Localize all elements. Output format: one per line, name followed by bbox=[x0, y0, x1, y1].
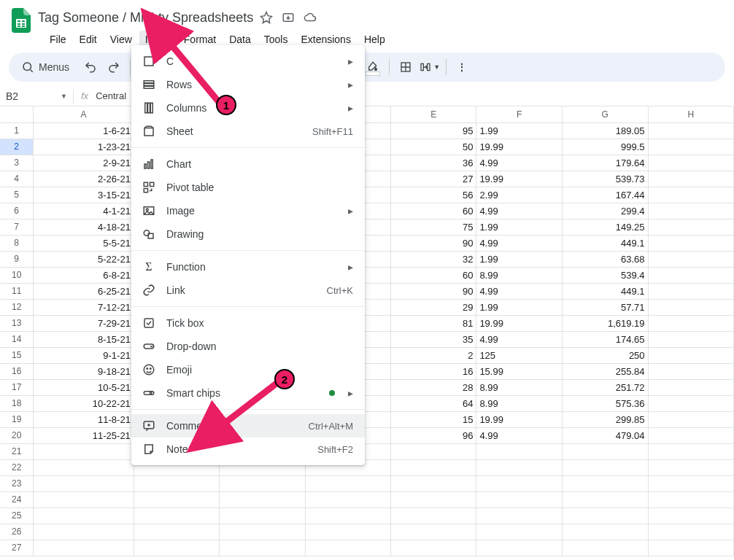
cell[interactable] bbox=[648, 267, 733, 283]
cell[interactable] bbox=[648, 395, 733, 411]
cell[interactable]: 7-29-21 bbox=[34, 315, 134, 331]
redo-button[interactable] bbox=[104, 57, 124, 77]
cell[interactable] bbox=[390, 524, 476, 540]
cell[interactable] bbox=[390, 459, 476, 475]
cell[interactable]: 19.99 bbox=[476, 139, 563, 155]
cell[interactable]: 16 bbox=[390, 363, 476, 379]
cell[interactable]: 63.68 bbox=[562, 251, 648, 267]
col-header[interactable]: F bbox=[476, 106, 563, 122]
cell[interactable]: 299.85 bbox=[562, 411, 648, 427]
cell[interactable]: 479.04 bbox=[562, 427, 648, 443]
cell[interactable]: 4.99 bbox=[476, 283, 563, 299]
cell[interactable] bbox=[648, 540, 733, 556]
cell[interactable] bbox=[648, 187, 733, 203]
row-header[interactable]: 17 bbox=[0, 379, 34, 395]
menuitem-drawing[interactable]: Drawing bbox=[131, 222, 365, 246]
cell[interactable]: 8.99 bbox=[476, 267, 563, 283]
cell[interactable]: 299.4 bbox=[562, 203, 648, 219]
cell[interactable]: 28 bbox=[390, 379, 476, 395]
row-header[interactable]: 14 bbox=[0, 331, 34, 347]
cell[interactable]: 2.99 bbox=[476, 187, 563, 203]
cell[interactable] bbox=[34, 540, 134, 556]
cell[interactable] bbox=[648, 315, 733, 331]
cell[interactable]: 8.99 bbox=[476, 395, 563, 411]
cell[interactable] bbox=[220, 491, 305, 508]
cell[interactable] bbox=[390, 508, 476, 524]
cell[interactable] bbox=[220, 508, 305, 524]
row-header[interactable]: 26 bbox=[0, 524, 34, 540]
row-header[interactable]: 21 bbox=[0, 443, 34, 459]
cell[interactable] bbox=[562, 524, 648, 540]
cell[interactable]: 1.99 bbox=[476, 122, 563, 139]
cell[interactable] bbox=[134, 508, 219, 524]
cell[interactable] bbox=[305, 540, 390, 556]
col-header[interactable]: A bbox=[34, 106, 134, 122]
merge-button[interactable]: ▼ bbox=[419, 57, 440, 77]
cell[interactable] bbox=[476, 540, 563, 556]
cell[interactable]: 2-9-21 bbox=[34, 155, 134, 171]
menuitem-link[interactable]: LinkCtrl+K bbox=[131, 279, 365, 302]
cell[interactable] bbox=[134, 491, 219, 508]
row-header[interactable]: 19 bbox=[0, 411, 34, 427]
row-header[interactable]: 24 bbox=[0, 491, 34, 508]
cell[interactable] bbox=[562, 443, 648, 459]
cell[interactable]: 60 bbox=[390, 267, 476, 283]
cell[interactable] bbox=[648, 508, 733, 524]
menuitem-tick-box[interactable]: Tick box bbox=[131, 311, 365, 335]
cell[interactable] bbox=[648, 171, 733, 187]
cell[interactable] bbox=[562, 540, 648, 556]
cell[interactable] bbox=[648, 251, 733, 267]
cell[interactable] bbox=[648, 283, 733, 299]
menuitem-drop-down[interactable]: Drop-down bbox=[131, 335, 365, 358]
cell[interactable]: 4.99 bbox=[476, 235, 563, 251]
cell[interactable] bbox=[648, 475, 733, 491]
cell[interactable]: 4.99 bbox=[476, 155, 563, 171]
row-header[interactable]: 18 bbox=[0, 395, 34, 411]
row-header[interactable]: 2 bbox=[0, 139, 34, 155]
cell[interactable] bbox=[34, 524, 134, 540]
cell[interactable]: 149.25 bbox=[562, 219, 648, 235]
cell[interactable]: 255.84 bbox=[562, 363, 648, 379]
row-header[interactable]: 25 bbox=[0, 508, 34, 524]
cell[interactable]: 19.99 bbox=[476, 411, 563, 427]
cell[interactable]: 96 bbox=[390, 427, 476, 443]
cell[interactable] bbox=[220, 524, 305, 540]
row-header[interactable]: 10 bbox=[0, 267, 34, 283]
row-header[interactable]: 22 bbox=[0, 459, 34, 475]
cell[interactable] bbox=[134, 524, 219, 540]
col-header[interactable]: G bbox=[562, 106, 648, 122]
cell[interactable]: 4-1-21 bbox=[34, 203, 134, 219]
cell[interactable]: 1.99 bbox=[476, 219, 563, 235]
cell[interactable]: 5-5-21 bbox=[34, 235, 134, 251]
cell[interactable]: 11-25-21 bbox=[34, 427, 134, 443]
more-button[interactable]: ⋮ bbox=[452, 57, 473, 77]
cell[interactable]: 539.4 bbox=[562, 267, 648, 283]
cell[interactable] bbox=[34, 443, 134, 459]
cell[interactable]: 1.99 bbox=[476, 251, 563, 267]
cell[interactable] bbox=[476, 459, 563, 475]
cell[interactable]: 449.1 bbox=[562, 235, 648, 251]
star-icon[interactable] bbox=[259, 10, 274, 25]
cell[interactable] bbox=[476, 443, 563, 459]
row-header[interactable]: 1 bbox=[0, 122, 34, 139]
cell[interactable]: 9-18-21 bbox=[34, 363, 134, 379]
cell[interactable]: 90 bbox=[390, 235, 476, 251]
move-icon[interactable] bbox=[281, 10, 295, 25]
row-header[interactable]: 27 bbox=[0, 540, 34, 556]
cell[interactable]: 539.73 bbox=[562, 171, 648, 187]
menuitem-chart[interactable]: Chart bbox=[131, 152, 365, 176]
row-header[interactable]: 8 bbox=[0, 235, 34, 251]
cell[interactable]: 189.05 bbox=[562, 122, 648, 139]
col-header[interactable]: E bbox=[390, 106, 476, 122]
menuitem-function[interactable]: ΣFunction▸ bbox=[131, 255, 365, 279]
cell[interactable]: 4.99 bbox=[476, 427, 563, 443]
formula-input[interactable]: Central bbox=[96, 90, 126, 101]
cell[interactable] bbox=[476, 524, 563, 540]
cell[interactable]: 56 bbox=[390, 187, 476, 203]
cell[interactable] bbox=[34, 508, 134, 524]
cell[interactable] bbox=[390, 491, 476, 508]
cell[interactable] bbox=[134, 475, 219, 491]
menu-file[interactable]: File bbox=[44, 31, 72, 48]
cell[interactable] bbox=[648, 363, 733, 379]
borders-button[interactable] bbox=[395, 57, 416, 77]
